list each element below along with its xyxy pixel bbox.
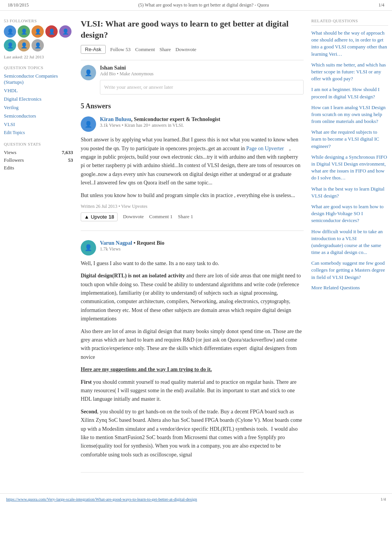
right-sidebar: RELATED QUESTIONS What should be the way… [311, 18, 388, 482]
browser-page: 1/4 [379, 2, 384, 8]
user-avatar: 👤 [81, 65, 96, 80]
answer-avatar-2[interactable]: 👤 [81, 240, 96, 255]
views-value: 7,633 [62, 149, 73, 156]
comment-answer-1[interactable]: Comment 1 [149, 214, 173, 220]
views-label: Views [4, 149, 16, 156]
topic-vhdl[interactable]: VHDL [4, 88, 73, 94]
upvote-label: Upvote [91, 214, 107, 220]
related-q-2[interactable]: Which suits me better, and which has bet… [311, 61, 388, 83]
related-title: RELATED QUESTIONS [311, 18, 388, 26]
avatar-5[interactable]: 👤 [59, 25, 71, 38]
related-q-8[interactable]: What are good ways to learn how to desig… [311, 203, 388, 224]
avatar-4[interactable]: 👤 [45, 25, 58, 38]
last-asked: Last asked: 22 Jul 2013 [4, 55, 73, 59]
related-q-1[interactable]: What should be the way of approach one s… [311, 30, 388, 58]
bottom-url[interactable]: https://www.quora.com/Very-large-scale-i… [6, 497, 197, 501]
answer-form-content: Ishan Saini Add Bio • Make Anonymous Wri… [100, 65, 304, 95]
answer-input[interactable]: Write your answer, or answer later [100, 80, 304, 95]
stats-followers: Followers 53 [4, 157, 73, 163]
avatar-8[interactable]: 👤 [32, 39, 44, 51]
answer-item-2: 👤 Varun Nagpal • Request Bio 1.7k Views … [81, 240, 304, 473]
followers-stat-label: Followers [4, 157, 24, 163]
answer-author-row-2: 👤 Varun Nagpal • Request Bio 1.7k Views [81, 240, 304, 255]
answer-meta-1: Written 26 Jul 2013 • View Upvotes [81, 204, 304, 209]
related-q-7[interactable]: What is the best way to learn Digital VL… [311, 186, 388, 199]
topic-semiconductors[interactable]: Semiconductors [4, 113, 73, 119]
followers-label: 53 FOLLOWERS [4, 18, 73, 23]
answer-footer-1: ▲ Upvote 18 Downvote Comment 1 Share 1 [81, 212, 304, 221]
author-name-2[interactable]: Varun Nagpal • Request Bio [100, 240, 304, 246]
related-q-6[interactable]: While designing a Synchronous FIFO in Di… [311, 154, 388, 182]
avatar-1[interactable]: 👤 [4, 25, 16, 38]
edit-topics-link[interactable]: Edit Topics [4, 130, 73, 136]
avatar-7[interactable]: 👤 [18, 39, 30, 51]
question-stats-label: QUESTION STATS [4, 142, 73, 146]
related-q-10[interactable]: Can somebody suggest me few good college… [311, 260, 388, 281]
bottom-page: 1/4 [380, 497, 386, 501]
question-topics-label: QUESTION TOPICS [4, 65, 73, 70]
browser-bar: 18/10/2015 (5) What are good ways to lea… [0, 0, 392, 11]
topic-verilog[interactable]: Verilog [4, 104, 73, 111]
answer-avatar-1[interactable]: 👤 [81, 116, 96, 132]
answer-body-1: Short answer is by applying what you lea… [81, 136, 304, 200]
author-name-1[interactable]: Kiran Bulusu, Semiconductor expert & Tec… [100, 116, 304, 123]
followers-stat-value: 53 [68, 157, 73, 163]
author-views-1: 3.1k Views • Kiran has 20+ answers in VL… [100, 123, 304, 128]
reask-button[interactable]: Re-Ask [81, 45, 106, 54]
left-sidebar: 53 FOLLOWERS 👤 👤 👤 👤 👤 👤 👤 👤 Last asked:… [4, 18, 73, 482]
question-title: VLSI: What are good ways to learn to get… [81, 18, 304, 40]
stats-views: Views 7,633 [4, 149, 73, 156]
bottom-bar: https://www.quora.com/Very-large-scale-i… [0, 493, 392, 504]
answer-body-2: Well, I guess I also want to do the same… [81, 259, 304, 459]
related-q-3[interactable]: I am not a beginner. How should I procee… [311, 86, 388, 100]
browser-title: (5) What are good ways to learn to get b… [138, 2, 269, 8]
question-actions: Re-Ask Follow 53 Comment Share Downvote [81, 45, 304, 54]
related-q-9[interactable]: How difficult would it be to take an int… [311, 228, 388, 256]
form-user-bio: Add Bio • Make Anonymous [100, 71, 304, 77]
answer-item: 👤 Kiran Bulusu, Semiconductor expert & T… [81, 116, 304, 231]
follow-button[interactable]: Follow 53 [110, 46, 131, 53]
related-q-4[interactable]: How can I learn analog VLSI Design from … [311, 104, 388, 125]
follower-avatars: 👤 👤 👤 👤 👤 👤 👤 👤 [4, 25, 73, 51]
upvote-button-1[interactable]: ▲ Upvote 18 [81, 212, 118, 221]
upverter-link[interactable]: Page on Upverter [246, 146, 284, 151]
answer-form: 👤 Ishan Saini Add Bio • Make Anonymous W… [81, 60, 304, 95]
answers-count: 5 Answers [81, 102, 304, 110]
related-q-5[interactable]: What are the required subjects to learn … [311, 129, 388, 150]
avatar-2[interactable]: 👤 [18, 25, 30, 38]
avatar-3[interactable]: 👤 [32, 25, 44, 38]
comment-action[interactable]: Comment [135, 46, 155, 53]
avatar-6[interactable]: 👤 [4, 39, 16, 51]
answer-author-row: 👤 Kiran Bulusu, Semiconductor expert & T… [81, 116, 304, 132]
topic-digital-electronics[interactable]: Digital Electronics [4, 96, 73, 102]
share-action[interactable]: Share [159, 46, 171, 53]
downvote-action[interactable]: Downvote [176, 46, 196, 53]
more-related-link[interactable]: More Related Questions [311, 285, 360, 290]
share-answer-1[interactable]: Share 1 [178, 214, 193, 220]
main-content: VLSI: What are good ways to learn to get… [81, 18, 304, 482]
stats-edits: Edits [4, 165, 73, 171]
answer-author-info-1: Kiran Bulusu, Semiconductor expert & Tec… [100, 116, 304, 128]
form-user-name: Ishan Saini [100, 65, 304, 71]
browser-date: 18/10/2015 [8, 2, 29, 8]
author-views-2: 1.7k Views [100, 246, 304, 252]
answer-author-info-2: Varun Nagpal • Request Bio 1.7k Views [100, 240, 304, 252]
topic-semiconductor[interactable]: Semiconductor Companies (Startups) [4, 73, 73, 85]
edits-label: Edits [4, 165, 14, 171]
downvote-answer-1[interactable]: Downvote [123, 214, 144, 220]
topic-vlsi[interactable]: VLSI [4, 121, 73, 128]
